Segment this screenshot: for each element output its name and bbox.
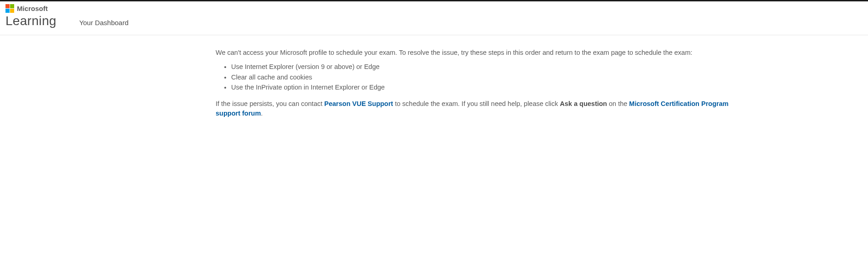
list-item: Clear all cache and cookies [231, 72, 740, 82]
steps-list: Use Internet Explorer (version 9 or abov… [216, 62, 740, 92]
followup-prefix: If the issue persists, you can contact [216, 100, 324, 107]
brand-header: Microsoft [0, 1, 868, 13]
ask-a-question-label: Ask a question [560, 100, 607, 107]
list-item: Use Internet Explorer (version 9 or abov… [231, 62, 740, 72]
microsoft-brand-text: Microsoft [17, 5, 48, 12]
learning-title: Learning [5, 14, 56, 28]
error-intro-text: We can't access your Microsoft profile t… [216, 48, 740, 57]
main-content: We can't access your Microsoft profile t… [119, 35, 749, 128]
followup-end: . [261, 110, 263, 117]
list-item: Use the InPrivate option in Internet Exp… [231, 82, 740, 92]
dashboard-link[interactable]: Your Dashboard [79, 19, 128, 26]
followup-text: If the issue persists, you can contact P… [216, 99, 740, 119]
followup-on: on the [607, 100, 629, 107]
sub-header: Learning Your Dashboard [0, 13, 868, 35]
followup-mid: to schedule the exam. If you still need … [393, 100, 560, 107]
microsoft-logo-icon [5, 4, 14, 13]
pearson-vue-support-link[interactable]: Pearson VUE Support [324, 100, 393, 107]
microsoft-brand[interactable]: Microsoft [5, 4, 863, 13]
